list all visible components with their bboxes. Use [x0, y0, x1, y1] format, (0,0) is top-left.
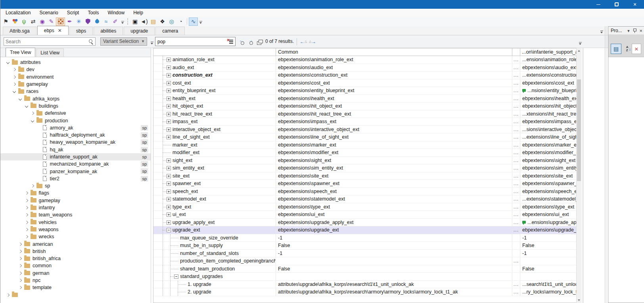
tree-file-hq_ak[interactable]: hq_aksp: [0, 146, 151, 153]
grid-row-2-upgrade[interactable]: 2. upgradeattributes\upgrade\afrika_korp…: [153, 288, 576, 296]
grid-cell-common[interactable]: attributes\upgrade\afrika_korps\research…: [276, 288, 512, 296]
expand-plus-icon[interactable]: +: [167, 104, 171, 108]
grid-cell-more[interactable]: ...: [512, 110, 520, 118]
audio-speaker-button[interactable]: ◄): [140, 17, 149, 26]
grid-cell-variant[interactable]: ebpextensions\hit_object_e: [520, 102, 576, 110]
chevron-down-icon[interactable]: [25, 104, 29, 108]
dock-splitter[interactable]: [583, 48, 584, 303]
water-drop-button[interactable]: [92, 17, 102, 26]
tree-folder-vehicles[interactable]: vehicles: [0, 219, 151, 226]
expand-plus-icon[interactable]: +: [167, 112, 171, 116]
menu-window[interactable]: Window: [103, 9, 129, 17]
grid-cell-common[interactable]: ebpextensions\health_ext: [276, 95, 512, 102]
grid-cell-common[interactable]: ebpextensions\audio_ext: [276, 64, 512, 71]
swap-arrows-button[interactable]: ⇄: [29, 17, 38, 26]
grid-row-type_ext[interactable]: +type_extebpextensions\type_ext...ebpext…: [153, 203, 576, 211]
find-previous-button[interactable]: [239, 39, 246, 46]
expand-plus-icon[interactable]: +: [167, 189, 171, 194]
grid-cell-name[interactable]: +entity_blueprint_ext: [153, 87, 276, 95]
grid-cell-more[interactable]: ...: [512, 219, 520, 226]
filter-input[interactable]: [157, 38, 226, 45]
grid-cell-variant[interactable]: -1: [520, 234, 576, 242]
grid-cell-more[interactable]: ...: [512, 141, 520, 149]
grid-cell-common[interactable]: False: [276, 242, 512, 249]
toolbar-overflow-icon[interactable]: [199, 20, 203, 25]
grid-cell-variant[interactable]: ebpextensions\ui_ext: [520, 211, 576, 218]
grid-cell-variant[interactable]: ebpextensions\upgrade_ex: [520, 226, 576, 234]
terrain-grass-button[interactable]: ψ: [19, 17, 29, 26]
expand-plus-icon[interactable]: +: [167, 166, 171, 170]
grid-row-cost_ext[interactable]: +cost_extebpextensions\cost_ext...ebpext…: [153, 79, 576, 87]
history-clock-button[interactable]: ◔: [176, 17, 185, 26]
tab-attrib-sga[interactable]: Attrib.sga: [3, 27, 36, 35]
grid-cell-common[interactable]: ebpextensions\type_ext: [276, 203, 512, 211]
grid-cell-common[interactable]: [276, 257, 512, 265]
expand-plus-icon[interactable]: +: [167, 120, 171, 124]
grid-row-construction_ext[interactable]: +construction_extebpextensions\construct…: [153, 71, 576, 79]
tree-folder-partial[interactable]: [0, 291, 151, 299]
grid-cell-more[interactable]: ...: [512, 188, 520, 195]
grid-cell-common[interactable]: [276, 273, 512, 280]
tree-folder-template[interactable]: template: [0, 284, 151, 291]
grid-cell-common[interactable]: ebpextensions\interactive_object_ext: [276, 126, 512, 133]
grid-cell-variant[interactable]: ...ry_locks\armory_lock_t1_a: [520, 288, 576, 296]
tree-folder-american[interactable]: american: [0, 240, 151, 247]
tile-checker-button[interactable]: [56, 17, 65, 26]
grid-cell-more[interactable]: ...: [512, 157, 520, 164]
grid-cell-variant[interactable]: ebpextensions\speech_ext: [520, 188, 576, 195]
grid-cell-name[interactable]: −standard_upgrades: [153, 273, 276, 280]
grid-cell-name[interactable]: +sim_entity_ext: [153, 164, 276, 172]
grid-row-interactive_object_ext[interactable]: +interactive_object_extebpextensions\int…: [153, 126, 576, 134]
grid-row-audio_ext[interactable]: +audio_extebpextensions\audio_ext...ebpe…: [153, 64, 576, 72]
scroll-down-icon[interactable]: [578, 299, 580, 301]
grid-row-1-upgrade[interactable]: 1. upgradeattributes\upgrade\afrika_korp…: [153, 281, 576, 289]
camera-button[interactable]: ▣: [130, 17, 140, 26]
grid-cell-name[interactable]: +animation_role_ext: [153, 56, 276, 64]
broadcast-button[interactable]: ◉: [38, 17, 47, 26]
grid-cell-name[interactable]: +hit_object_ext: [153, 102, 276, 110]
close-button[interactable]: ×: [626, 0, 644, 9]
toolbar-overflow-icon[interactable]: [121, 20, 125, 25]
grid-cell-common[interactable]: ebpextensions\sim_entity_ext: [276, 164, 512, 172]
grid-row-animation_role_ext[interactable]: +animation_role_extebpextensions\animati…: [153, 56, 576, 64]
expand-view-button[interactable]: ❖: [158, 17, 167, 26]
grid-row-max_queue_size_override[interactable]: max_queue_size_override-1-1: [153, 234, 576, 242]
grid-cell-common[interactable]: ebpextensions\modifier_ext: [276, 149, 512, 156]
expand-plus-icon[interactable]: +: [167, 197, 171, 201]
scroll-up-icon[interactable]: [578, 50, 580, 52]
grid-cell-common[interactable]: attributes\upgrade\afrika_korps\research…: [276, 281, 512, 288]
grid-cell-name[interactable]: modifier_ext: [153, 149, 276, 156]
grid-cell-name[interactable]: must_be_in_supply: [153, 242, 276, 249]
dock-splitter[interactable]: [606, 26, 606, 303]
grid-cell-name[interactable]: +line_of_sight_ext: [153, 133, 276, 141]
grid-cell-variant[interactable]: ...ensions\upgrade_apply_e: [520, 219, 576, 226]
grid-cell-common[interactable]: ebpextensions\sight_ext: [276, 157, 512, 164]
grid-row-hit_object_ext[interactable]: +hit_object_extebpextensions\hit_object_…: [153, 102, 576, 110]
tab-ebps[interactable]: ebps✕: [37, 26, 69, 35]
tree-folder-weapons[interactable]: weapons: [0, 226, 151, 233]
minimize-button[interactable]: [589, 0, 608, 9]
tree-file-mechanized_kompanie_ak[interactable]: mechanized_kompanie_aksp: [0, 160, 151, 168]
tree-file-panzer_kompanie_ak[interactable]: panzer_kompanie_aksp: [0, 168, 151, 175]
collapse-minus-icon[interactable]: −: [167, 228, 171, 232]
close-icon[interactable]: ×: [639, 27, 642, 35]
grid-cell-common[interactable]: -1: [276, 234, 512, 242]
expand-plus-icon[interactable]: +: [167, 220, 171, 225]
chevron-right-icon[interactable]: [25, 199, 29, 203]
grid-cell-more[interactable]: ...: [512, 64, 520, 71]
grid-cell-more[interactable]: ...: [512, 56, 520, 64]
grid-cell-variant[interactable]: ...nsions\entity_blueprint_e: [520, 87, 576, 95]
grid-row-number_of_standard_slots[interactable]: number_of_standard_slots-1-1: [153, 250, 576, 258]
grid-row-site_ext[interactable]: +site_extebpextensions\site_ext...ebpext…: [153, 172, 576, 180]
grid-header-common[interactable]: Common: [276, 48, 512, 56]
expand-plus-icon[interactable]: +: [167, 181, 171, 186]
grid-cell-common[interactable]: ebpextensions\upgrade_ext: [276, 226, 512, 234]
grid-cell-more[interactable]: ...: [512, 211, 520, 218]
chevron-right-icon[interactable]: [25, 228, 29, 232]
tab-upgrade[interactable]: upgrade: [124, 27, 155, 35]
chevron-right-icon[interactable]: [18, 286, 22, 289]
scrollbar-thumb[interactable]: [577, 79, 581, 181]
menu-scenario[interactable]: Scenario: [35, 9, 62, 17]
grid-row-spawner_ext[interactable]: +spawner_extebpextensions\spawner_ext...…: [153, 180, 576, 188]
menu-tools[interactable]: Tools: [83, 9, 103, 17]
